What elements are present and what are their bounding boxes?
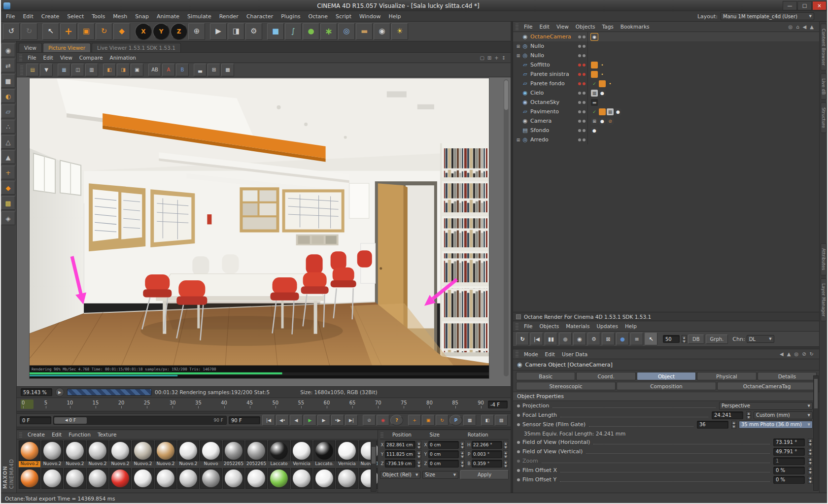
param-bullet[interactable] <box>517 441 520 444</box>
fcurve-window-icon[interactable]: ▨ <box>495 415 508 426</box>
timeline-end-field[interactable]: -4 F <box>488 401 508 408</box>
menu-item[interactable]: File <box>520 23 536 30</box>
object-row[interactable]: ◉ OctaneSky ▬ <box>513 98 820 107</box>
visibility-dots[interactable] <box>576 101 587 104</box>
texture-mode-icon[interactable]: ◐ <box>1 89 15 103</box>
material-name[interactable]: Laccato <box>268 461 290 467</box>
rotation-p-field[interactable]: 0.003 ° <box>472 450 502 458</box>
visibility-dots[interactable] <box>576 45 587 48</box>
material-sphere[interactable] <box>336 468 358 489</box>
menu-item[interactable]: Materials <box>562 323 593 330</box>
am-up-icon[interactable]: ▲ <box>787 351 791 357</box>
menu-item[interactable]: Updates <box>593 323 621 330</box>
material-thumbnail[interactable] <box>291 468 312 493</box>
tag-icon[interactable] <box>591 71 598 78</box>
add-floor-icon[interactable]: ▬ <box>356 23 373 40</box>
picture-viewer-tab[interactable]: View <box>19 43 42 52</box>
key-position-button[interactable]: + <box>408 415 421 426</box>
material-name[interactable]: 2052265 <box>223 461 244 467</box>
material-sphere[interactable] <box>109 468 131 489</box>
material-name[interactable]: Nuovo.2 <box>132 461 154 467</box>
material-thumbnail[interactable] <box>64 468 86 493</box>
param-bullet[interactable] <box>517 404 520 407</box>
material-sphere[interactable] <box>87 468 108 489</box>
material-sphere[interactable] <box>336 440 358 461</box>
material-sphere[interactable] <box>177 440 199 461</box>
add-generator-icon[interactable]: ● <box>303 23 319 40</box>
workplane-mode-icon[interactable]: ▱ <box>1 104 15 118</box>
material-thumbnail[interactable] <box>109 468 131 493</box>
focal-length-field[interactable]: 24.241 <box>712 411 743 419</box>
tag-icon[interactable]: • <box>599 62 606 68</box>
close-button[interactable]: × <box>812 1 827 10</box>
position-z-field[interactable]: -736.19 cm <box>385 460 415 468</box>
last-tool-icon[interactable]: ◆ <box>113 23 130 40</box>
tag-icon[interactable]: ● <box>599 118 606 125</box>
separator[interactable] <box>206 24 209 39</box>
lock-y-axis-icon[interactable]: Y <box>153 23 170 40</box>
material-name[interactable]: Nuovo.2 <box>19 461 40 467</box>
octane-samples-field[interactable]: 50 <box>663 335 680 343</box>
object-name[interactable]: Nullo <box>529 52 576 59</box>
menu-item[interactable]: Bookmarks <box>617 23 653 30</box>
om-back-icon[interactable]: ◀ <box>803 24 807 30</box>
material-name[interactable]: Nuovo.2 <box>64 461 86 467</box>
object-name[interactable]: Parete fondo <box>529 80 576 87</box>
material-thumbnail[interactable]: Nuovo.2 <box>64 440 86 467</box>
material-thumbnail[interactable]: Nuovo.2 <box>132 440 154 467</box>
material-thumbnail[interactable] <box>200 468 222 493</box>
material-name[interactable]: Vernicia <box>291 461 312 467</box>
visibility-dots[interactable] <box>576 138 587 141</box>
next-frame-button[interactable]: ▶ <box>317 415 330 426</box>
material-sphere[interactable] <box>313 468 335 489</box>
record-button[interactable]: ◉ <box>377 415 389 426</box>
key-scale-button[interactable]: ▣ <box>422 415 435 426</box>
coordinate-mode-dropdown[interactable]: Object (Rel)▼ <box>380 471 420 479</box>
octane-graph-button[interactable]: Grph. <box>706 335 728 344</box>
material-sphere[interactable] <box>313 440 335 461</box>
octane-pick-icon[interactable]: ↖ <box>645 333 657 345</box>
menu-item[interactable]: Animation <box>106 54 139 61</box>
focal-unit-dropdown[interactable]: Custom (mm)▼ <box>754 411 813 419</box>
menu-item[interactable]: Help <box>384 12 405 21</box>
menu-item[interactable]: Function <box>65 431 94 438</box>
material-sphere[interactable] <box>64 468 86 489</box>
expand-toggle[interactable]: ⊞ <box>515 53 521 58</box>
param-bullet[interactable] <box>517 478 520 481</box>
ab-compare-icon[interactable]: AB <box>148 64 161 76</box>
object-row[interactable]: ◉ OctaneCamera ◉ <box>513 32 820 41</box>
menu-item[interactable]: View <box>57 54 76 61</box>
menu-item[interactable]: Mesh <box>109 12 131 21</box>
object-row[interactable]: ◉ Cielo ▦● <box>513 88 820 98</box>
position-y-field[interactable]: 111.825 cm <box>385 450 415 458</box>
material-thumbnail[interactable]: Nuovo.2 <box>41 440 63 467</box>
menu-item[interactable]: Mode <box>520 351 542 358</box>
material-sphere[interactable] <box>19 468 40 489</box>
dock-expand-icon[interactable]: ⊞ <box>487 55 491 61</box>
nav-test-a-icon[interactable]: ◧ <box>103 64 116 76</box>
texture-lock-icon[interactable]: ▩ <box>1 196 15 210</box>
viewport-scrollbar[interactable] <box>504 79 509 376</box>
attribute-tab[interactable]: Physical <box>697 372 756 380</box>
play-preview-button[interactable]: ▶ <box>55 388 64 397</box>
attribute-tab[interactable]: Stereoscopic <box>516 382 616 390</box>
add-light-icon[interactable]: ☀ <box>391 23 408 40</box>
panel-grip[interactable] <box>516 323 518 330</box>
tag-icon[interactable]: • <box>607 80 614 87</box>
title-bar[interactable]: CINEMA 4D R15.057 Visualize - [Sala luck… <box>0 0 828 12</box>
tag-icon[interactable]: ● <box>615 108 621 115</box>
attribute-tab[interactable]: OctaneCameraTag <box>717 382 817 390</box>
visibility-dots[interactable] <box>576 64 587 67</box>
histogram-icon[interactable]: ▃ <box>194 64 207 76</box>
play-button[interactable]: ▶ <box>304 415 316 426</box>
lock-x-axis-icon[interactable]: X <box>135 23 152 40</box>
material-name[interactable]: Nuovo.2 <box>155 461 176 467</box>
separator[interactable] <box>359 415 362 425</box>
menu-item[interactable]: Script <box>332 12 355 21</box>
panel-grip[interactable] <box>19 54 22 61</box>
tag-icon[interactable]: ⊘ <box>607 118 614 125</box>
fov-vertical-field[interactable]: 49.791 ° <box>773 448 805 456</box>
material-sphere[interactable] <box>200 468 222 489</box>
open-file-icon[interactable]: ▤ <box>26 64 39 76</box>
visibility-dots[interactable] <box>576 120 587 123</box>
